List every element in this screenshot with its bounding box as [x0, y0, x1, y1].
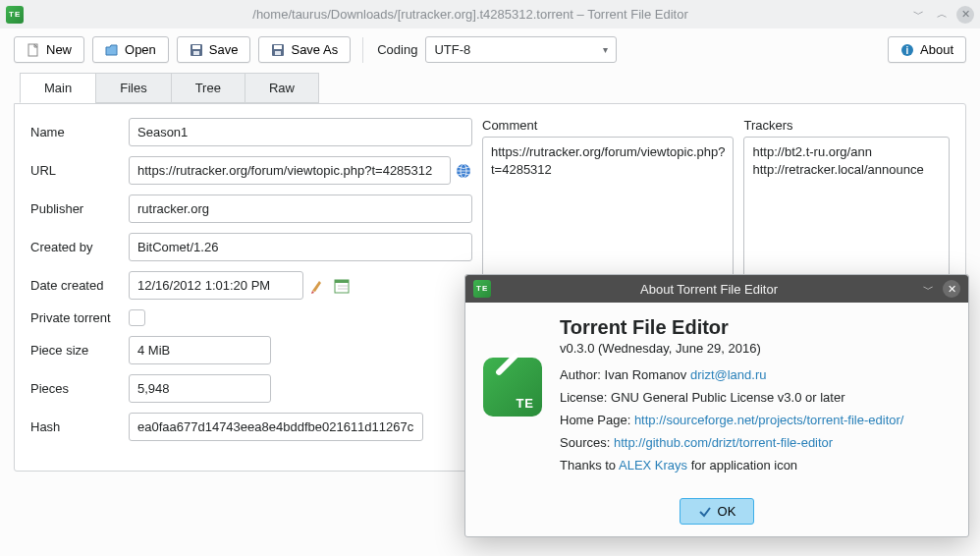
- dialog-homepage: Home Page: http://sourceforge.net/projec…: [560, 413, 951, 427]
- date-input[interactable]: [129, 271, 303, 300]
- createdby-input[interactable]: [129, 233, 472, 261]
- private-checkbox[interactable]: [129, 309, 145, 326]
- dialog-collapse-button[interactable]: ﹀: [919, 280, 937, 298]
- toolbar-separator: [362, 37, 363, 63]
- tab-raw[interactable]: Raw: [245, 73, 319, 103]
- svg-rect-3: [193, 51, 199, 55]
- tab-main[interactable]: Main: [20, 73, 96, 103]
- dialog-close-button[interactable]: ✕: [943, 280, 960, 298]
- publisher-input[interactable]: [129, 195, 472, 223]
- dialog-title: About Torrent File Editor: [499, 282, 919, 297]
- createdby-label: Created by: [30, 240, 129, 254]
- save-icon: [190, 43, 203, 57]
- open-button[interactable]: Open: [92, 36, 169, 63]
- pieces-label: Pieces: [30, 381, 129, 396]
- toolbar: New Open Save Save As Coding UTF-8 ▾ i A…: [0, 28, 980, 73]
- folder-open-icon: [105, 43, 119, 57]
- window-titlebar: /home/taurus/Downloads/[rutracker.org].t…: [0, 0, 980, 28]
- clear-date-icon[interactable]: [309, 277, 327, 295]
- thanks-suffix: for application icon: [687, 458, 797, 473]
- save-as-label: Save As: [291, 42, 338, 57]
- chevron-down-icon: ▾: [603, 44, 608, 55]
- dialog-logo-icon: [483, 358, 542, 417]
- minimize-button[interactable]: ﹀: [909, 6, 927, 24]
- check-icon: [698, 505, 712, 519]
- new-button[interactable]: New: [14, 36, 84, 63]
- homepage-link[interactable]: http://sourceforge.net/projects/torrent-…: [634, 413, 904, 427]
- maximize-button[interactable]: ︿: [933, 6, 951, 24]
- homepage-label: Home Page:: [560, 413, 634, 427]
- save-button[interactable]: Save: [177, 36, 251, 63]
- tab-tree[interactable]: Tree: [171, 73, 245, 103]
- sources-link[interactable]: http://github.com/drizt/torrent-file-edi…: [614, 435, 833, 450]
- ok-label: OK: [718, 504, 736, 519]
- dialog-sources: Sources: http://github.com/drizt/torrent…: [560, 435, 951, 450]
- dialog-version: v0.3.0 (Wednesday, June 29, 2016): [560, 341, 951, 356]
- svg-rect-6: [275, 51, 281, 55]
- info-icon: i: [900, 43, 914, 57]
- dialog-author: Author: Ivan Romanov drizt@land.ru: [560, 367, 951, 382]
- ok-button[interactable]: OK: [680, 498, 755, 525]
- file-new-icon: [27, 43, 40, 57]
- svg-rect-5: [274, 45, 282, 49]
- form-column: Name URL Publisher Created by: [30, 118, 472, 451]
- coding-value: UTF-8: [434, 42, 470, 57]
- coding-select[interactable]: UTF-8 ▾: [425, 36, 617, 63]
- globe-icon[interactable]: [455, 162, 472, 180]
- name-label: Name: [30, 125, 129, 139]
- about-button[interactable]: i About: [888, 36, 966, 63]
- tab-strip: Main Files Tree Raw: [14, 73, 966, 103]
- thanks-prefix: Thanks to: [560, 458, 619, 473]
- dialog-heading: Torrent File Editor: [560, 316, 951, 339]
- tab-files[interactable]: Files: [95, 73, 171, 103]
- trackers-label: Trackers: [743, 118, 950, 133]
- dialog-thanks: Thanks to ALEX Krays for application ico…: [560, 458, 951, 473]
- dialog-license: License: GNU General Public License v3.0…: [560, 390, 951, 405]
- svg-rect-13: [335, 280, 349, 283]
- pieces-input[interactable]: [129, 374, 271, 403]
- hash-input[interactable]: [129, 413, 423, 441]
- dialog-app-icon: [473, 280, 491, 298]
- calendar-icon[interactable]: [333, 277, 351, 295]
- coding-label: Coding: [377, 42, 417, 57]
- private-label: Private torrent: [30, 310, 129, 325]
- svg-rect-2: [192, 45, 200, 49]
- url-label: URL: [30, 163, 129, 178]
- piece-size-input[interactable]: [129, 336, 271, 364]
- piece-size-label: Piece size: [30, 343, 129, 358]
- about-dialog: About Torrent File Editor ﹀ ✕ Torrent Fi…: [464, 274, 969, 537]
- name-input[interactable]: [129, 118, 472, 146]
- url-input[interactable]: [129, 156, 451, 185]
- comment-label: Comment: [482, 118, 734, 133]
- dialog-titlebar: About Torrent File Editor ﹀ ✕: [465, 275, 968, 303]
- author-label: Author: Ivan Romanov: [560, 367, 690, 382]
- svg-text:i: i: [906, 45, 909, 56]
- author-email-link[interactable]: drizt@land.ru: [690, 367, 767, 382]
- open-label: Open: [125, 42, 156, 57]
- about-label: About: [920, 42, 953, 57]
- date-label: Date created: [30, 278, 129, 293]
- new-label: New: [46, 42, 72, 57]
- sources-label: Sources:: [560, 435, 614, 450]
- close-button[interactable]: ✕: [956, 6, 974, 24]
- window-title: /home/taurus/Downloads/[rutracker.org].t…: [31, 7, 909, 22]
- save-as-icon: [271, 43, 285, 57]
- save-as-button[interactable]: Save As: [258, 36, 351, 63]
- hash-label: Hash: [30, 419, 129, 434]
- publisher-label: Publisher: [30, 201, 129, 216]
- save-label: Save: [209, 42, 239, 57]
- thanks-link[interactable]: ALEX Krays: [619, 458, 687, 473]
- app-icon: [6, 6, 24, 24]
